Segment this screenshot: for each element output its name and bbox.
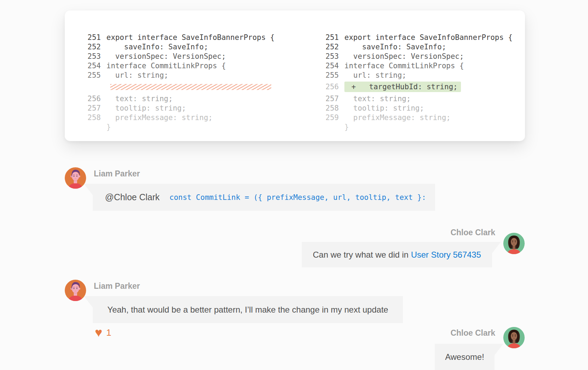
message-bubble: Yeah, that would be a better pattern, I’… [93,296,403,323]
code-diff-card: 251export interface SaveInfoBannerProps … [65,11,525,141]
author-name: Liam Parker [94,281,140,291]
heart-icon: ♥ [95,326,102,339]
line-number: 254 [88,62,102,70]
message-text: Yeah, that would be a better pattern, I’… [107,305,388,315]
chloe-avatar-illustration [503,327,525,348]
author-name: Chloe Clark [450,328,495,338]
diff-line: 254interface CommitLinkProps { [326,61,512,70]
diff-line: 254interface CommitLinkProps { [88,61,274,70]
diff-line: 257 tooltip: string; [88,103,274,113]
diff-line: 256 text: string; [88,94,274,103]
diff-line: } [88,122,274,132]
line-number: 252 [88,43,102,51]
user-story-link[interactable]: User Story 567435 [411,250,481,260]
line-code: tooltip: string; [344,104,424,112]
line-code: saveInfo: SaveInfo; [344,43,446,51]
line-code: interface CommitLinkProps { [344,62,464,70]
pr-review-illustration: 251export interface SaveInfoBannerProps … [0,0,588,370]
line-number: 258 [88,113,102,122]
message-text: Can we try what we did in [313,250,408,260]
changed-lines-hatch [110,84,271,90]
author-name: Chloe Clark [450,228,495,237]
line-number: 255 [88,71,102,79]
bubble-tail [84,296,93,308]
liam-avatar [65,167,86,189]
line-code: prefixMessage: string; [106,113,212,122]
line-code: } [344,123,349,131]
chloe-avatar [503,233,525,254]
liam-avatar-illustration [65,167,86,189]
mention-link[interactable]: @Chloe Clark [105,192,160,202]
line-code: saveInfo: SaveInfo; [106,43,208,51]
diff-line: 255 url: string; [88,70,274,80]
diff-line: 258 tooltip: string; [326,103,512,113]
liam-avatar-illustration [65,280,86,301]
line-number: 252 [326,43,340,51]
bubble-tail [492,242,501,254]
diff-line: 253 versionSpec: VersionSpec; [88,51,274,61]
line-number: 259 [326,113,340,122]
line-code: export interface SaveInfoBannerProps { [344,33,512,42]
line-code: export interface SaveInfoBannerProps { [106,33,274,42]
message-bubble: Awesome! [435,344,495,370]
diff-left-panel: 251export interface SaveInfoBannerProps … [88,33,274,132]
added-line-highlight: + targetHubId: string; [344,82,461,92]
line-number: 256 [326,83,340,91]
reaction-heart[interactable]: ♥ 1 [95,326,111,339]
changed-region-row [88,80,274,94]
chloe-avatar [503,327,525,348]
message-code-snippet: const CommitLink = ({ prefixMessage, url… [169,193,426,202]
line-number: 251 [326,33,340,42]
diff-line: 251export interface SaveInfoBannerProps … [88,33,274,42]
line-number: 257 [88,104,102,112]
line-code: } [106,123,111,131]
diff-line: 252 saveInfo: SaveInfo; [88,42,274,51]
line-number: 253 [88,52,102,61]
line-code: interface CommitLinkProps { [106,62,226,70]
bubble-tail [494,344,503,356]
line-number: 255 [326,71,340,79]
author-name: Liam Parker [94,169,140,179]
line-number: 256 [88,95,102,103]
diff-line: 259 prefixMessage: string; [326,113,512,122]
diff-line: 258 prefixMessage: string; [88,113,274,122]
line-number: 257 [326,95,340,103]
diff-line: 257 text: string; [326,94,512,103]
message-bubble: Can we try what we did in User Story 567… [302,242,492,267]
message-text: Awesome! [445,352,484,362]
line-number: 253 [326,52,340,61]
line-code: + targetHubId: string; [351,83,457,91]
diff-right-panel: 251export interface SaveInfoBannerProps … [326,33,512,132]
liam-avatar [65,280,86,301]
chloe-avatar-illustration [503,233,525,254]
diff-line: 253 versionSpec: VersionSpec; [326,51,512,61]
line-code: tooltip: string; [106,104,186,112]
diff-line: } [326,122,512,132]
line-code: versionSpec: VersionSpec; [344,52,464,61]
diff-line: 255 url: string; [326,70,512,80]
line-code: prefixMessage: string; [344,113,450,122]
message-bubble: @Chloe Clark const CommitLink = ({ prefi… [93,184,435,211]
line-code: url: string; [344,71,406,79]
line-code: text: string; [106,95,173,103]
reaction-count: 1 [106,327,111,338]
bubble-tail [84,184,93,196]
diff-line: 252 saveInfo: SaveInfo; [326,42,512,51]
line-code: url: string; [106,71,168,79]
added-line-row: 256+ targetHubId: string; [326,80,512,94]
diff-line: 251export interface SaveInfoBannerProps … [326,33,512,42]
line-code: text: string; [344,95,411,103]
line-number: 251 [88,33,102,42]
line-number: 258 [326,104,340,112]
line-number: 254 [326,62,340,70]
line-code: versionSpec: VersionSpec; [106,52,226,61]
